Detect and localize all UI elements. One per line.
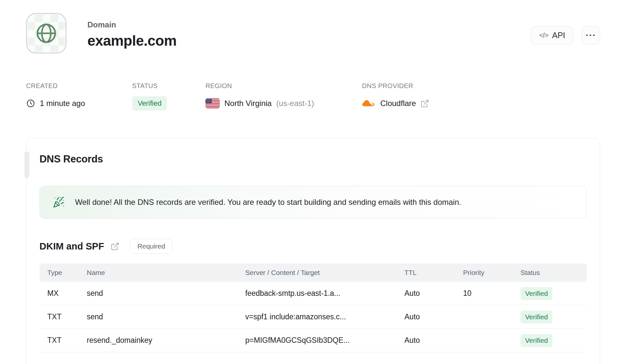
dns-records-table: Type Name Server / Content / Target TTL … [39,264,587,352]
meta-created: CREATED 1 minute ago [26,82,132,111]
meta-status: STATUS Verified [132,82,205,111]
status-badge: Verified [132,96,167,111]
title-block: Domain example.com [87,13,176,49]
globe-icon [34,21,59,46]
page-title: example.com [87,33,176,49]
cell-type: TXT [39,312,87,321]
created-label: CREATED [26,82,132,90]
card-side-indicator [24,151,29,178]
domain-detail-page: Domain example.com </> API ··· CREATED [0,0,634,364]
cell-priority: 10 [463,289,521,298]
dns-records-title: DNS Records [39,153,587,165]
dkim-spf-section-head: DKIM and SPF Required [39,239,587,254]
status-label: STATUS [132,82,205,90]
table-header-row: Type Name Server / Content / Target TTL … [39,264,587,282]
domain-meta: CREATED 1 minute ago STATUS Verified REG… [26,82,600,111]
dns-provider-label: DNS PROVIDER [362,82,429,90]
success-banner-text: Well done! All the DNS records are verif… [75,198,461,207]
page-eyebrow: Domain [87,20,176,29]
col-content: Server / Content / Target [245,269,404,277]
meta-dns-provider: DNS PROVIDER Cloudflare [362,82,429,111]
external-link-icon[interactable] [111,242,119,251]
required-badge: Required [130,239,173,254]
meta-region: REGION [205,82,362,111]
dkim-spf-title: DKIM and SPF [39,241,104,252]
col-name: Name [87,269,245,277]
us-flag-icon [205,99,220,108]
dns-provider-value: Cloudflare [380,99,416,108]
table-row[interactable]: MX send feedback-smtp.us-east-1.a... Aut… [39,282,587,305]
cell-ttl: Auto [404,312,463,321]
cell-status: Verified [521,311,587,324]
cell-status: Verified [521,334,587,347]
more-options-button[interactable]: ··· [582,26,600,44]
cell-name: send [87,289,245,298]
cell-ttl: Auto [404,336,463,345]
col-type: Type [39,269,87,277]
api-button-label: API [552,31,565,40]
cell-name: resend._domainkey [87,336,245,345]
dns-records-card: DNS Records Well done! All the DNS recor… [26,138,600,364]
col-priority: Priority [463,269,521,277]
region-code: (us-east-1) [276,99,314,108]
domain-avatar [26,13,67,53]
ellipsis-icon: ··· [586,30,596,40]
cell-type: MX [39,289,87,298]
cell-name: send [87,312,245,321]
page-header: Domain example.com </> API ··· [26,13,600,53]
api-button[interactable]: </> API [531,26,573,44]
cell-type: TXT [39,336,87,345]
col-status: Status [521,269,587,277]
party-popper-icon [53,196,65,208]
cell-content: p=MIGfMA0GCSqGSIb3DQE... [245,336,404,345]
table-row[interactable]: TXT resend._domainkey p=MIGfMA0GCSqGSIb3… [39,329,587,352]
clock-icon [26,99,35,108]
cloudflare-icon [362,99,376,108]
created-value: 1 minute ago [40,99,85,108]
cell-content: v=spf1 include:amazonses.c... [245,312,404,321]
code-icon: </> [539,31,548,39]
cell-status: Verified [521,287,587,300]
cell-content: feedback-smtp.us-east-1.a... [245,289,404,298]
external-link-icon[interactable] [420,99,429,108]
region-value: North Virginia [224,99,272,108]
region-label: REGION [205,82,362,90]
cell-ttl: Auto [404,289,463,298]
col-ttl: TTL [404,269,463,277]
header-actions: </> API ··· [531,26,600,44]
table-row[interactable]: TXT send v=spf1 include:amazonses.c... A… [39,305,587,329]
status-badge: Verified [521,334,552,347]
status-badge: Verified [521,287,552,300]
success-banner: Well done! All the DNS records are verif… [39,186,587,219]
status-badge: Verified [521,311,552,324]
